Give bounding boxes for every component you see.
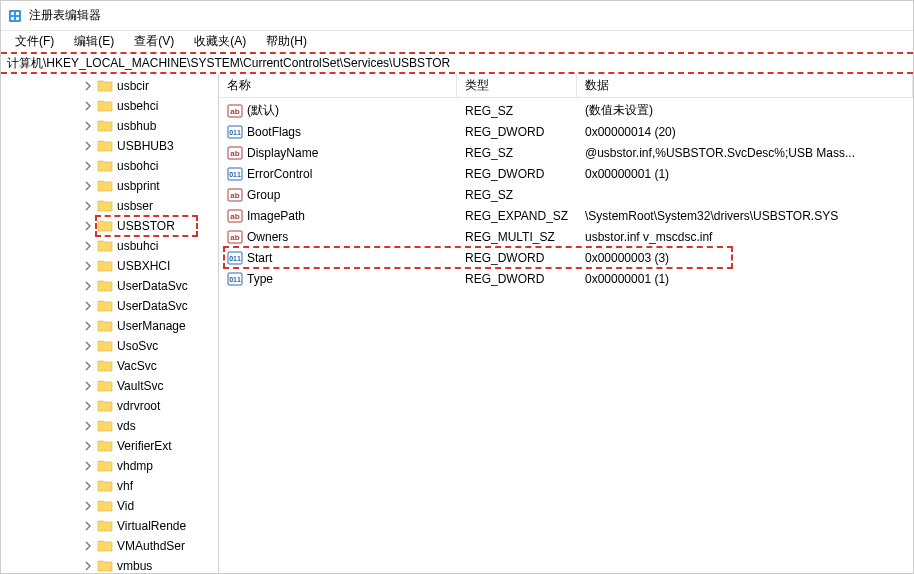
address-path: 计算机\HKEY_LOCAL_MACHINE\SYSTEM\CurrentCon… <box>7 55 450 72</box>
folder-icon <box>97 398 113 414</box>
menu-favorites[interactable]: 收藏夹(A) <box>184 31 256 52</box>
tree-node-verifierext[interactable]: VerifierExt <box>1 436 218 456</box>
expand-icon[interactable] <box>81 79 95 93</box>
tree-node-usbstor[interactable]: USBSTOR <box>1 216 218 236</box>
expand-icon[interactable] <box>81 219 95 233</box>
expand-icon[interactable] <box>81 499 95 513</box>
svg-text:011: 011 <box>229 276 241 283</box>
expand-icon[interactable] <box>81 279 95 293</box>
tree-node-vmbus[interactable]: vmbus <box>1 556 218 573</box>
col-header-name[interactable]: 名称 <box>219 74 457 97</box>
key-tree[interactable]: usbcirusbehciusbhubUSBHUB3usbohciusbprin… <box>1 74 219 573</box>
menu-file[interactable]: 文件(F) <box>5 31 64 52</box>
tree-node-vaultsvc[interactable]: VaultSvc <box>1 376 218 396</box>
tree-node-userdatasvc[interactable]: UserDataSvc <box>1 276 218 296</box>
expand-icon[interactable] <box>81 159 95 173</box>
tree-node-vid[interactable]: Vid <box>1 496 218 516</box>
expand-icon[interactable] <box>81 139 95 153</box>
tree-label: vdrvroot <box>117 399 218 413</box>
col-header-type[interactable]: 类型 <box>457 74 577 97</box>
expand-icon[interactable] <box>81 419 95 433</box>
value-name: Group <box>247 188 280 202</box>
folder-icon <box>97 338 113 354</box>
svg-text:ab: ab <box>230 191 239 200</box>
folder-icon <box>97 478 113 494</box>
expand-icon[interactable] <box>81 199 95 213</box>
expand-icon[interactable] <box>81 339 95 353</box>
menu-help[interactable]: 帮助(H) <box>256 31 317 52</box>
tree-node-usbhub[interactable]: usbhub <box>1 116 218 136</box>
expand-icon[interactable] <box>81 359 95 373</box>
tree-node-usbxhci[interactable]: USBXHCI <box>1 256 218 276</box>
tree-node-usbehci[interactable]: usbehci <box>1 96 218 116</box>
tree-label: USBHUB3 <box>117 139 218 153</box>
value-row[interactable]: 011BootFlagsREG_DWORD0x00000014 (20) <box>219 121 913 142</box>
tree-node-vacsvc[interactable]: VacSvc <box>1 356 218 376</box>
string-value-icon: ab <box>227 103 243 119</box>
expand-icon[interactable] <box>81 119 95 133</box>
value-name: ImagePath <box>247 209 305 223</box>
expand-icon[interactable] <box>81 459 95 473</box>
value-row[interactable]: abGroupREG_SZ <box>219 184 913 205</box>
folder-icon <box>97 258 113 274</box>
titlebar: 注册表编辑器 <box>1 1 913 31</box>
tree-node-usbcir[interactable]: usbcir <box>1 76 218 96</box>
tree-node-usbprint[interactable]: usbprint <box>1 176 218 196</box>
svg-text:ab: ab <box>230 149 239 158</box>
svg-text:011: 011 <box>229 171 241 178</box>
expand-icon[interactable] <box>81 259 95 273</box>
tree-label: USBSTOR <box>117 219 218 233</box>
col-header-data[interactable]: 数据 <box>577 74 913 97</box>
expand-icon[interactable] <box>81 239 95 253</box>
tree-node-usosvc[interactable]: UsoSvc <box>1 336 218 356</box>
cell-type: REG_DWORD <box>457 125 577 139</box>
tree-node-vmauthdser[interactable]: VMAuthdSer <box>1 536 218 556</box>
value-row[interactable]: ab(默认)REG_SZ(数值未设置) <box>219 100 913 121</box>
tree-label: Vid <box>117 499 218 513</box>
folder-icon <box>97 358 113 374</box>
tree-node-vdrvroot[interactable]: vdrvroot <box>1 396 218 416</box>
binary-value-icon: 011 <box>227 166 243 182</box>
binary-value-icon: 011 <box>227 124 243 140</box>
expand-icon[interactable] <box>81 399 95 413</box>
expand-icon[interactable] <box>81 559 95 573</box>
expand-icon[interactable] <box>81 519 95 533</box>
tree-node-vhdmp[interactable]: vhdmp <box>1 456 218 476</box>
string-value-icon: ab <box>227 208 243 224</box>
menu-view[interactable]: 查看(V) <box>124 31 184 52</box>
tree-node-usbhub3[interactable]: USBHUB3 <box>1 136 218 156</box>
expand-icon[interactable] <box>81 319 95 333</box>
tree-node-usbohci[interactable]: usbohci <box>1 156 218 176</box>
value-name: Type <box>247 272 273 286</box>
expand-icon[interactable] <box>81 379 95 393</box>
expand-icon[interactable] <box>81 539 95 553</box>
tree-node-vds[interactable]: vds <box>1 416 218 436</box>
value-row[interactable]: 011TypeREG_DWORD0x00000001 (1) <box>219 268 913 289</box>
value-row[interactable]: 011StartREG_DWORD0x00000003 (3) <box>219 247 913 268</box>
expand-icon[interactable] <box>81 439 95 453</box>
tree-node-userdatasvc[interactable]: UserDataSvc <box>1 296 218 316</box>
expand-icon[interactable] <box>81 299 95 313</box>
folder-icon <box>97 198 113 214</box>
svg-rect-2 <box>16 12 19 15</box>
expand-icon[interactable] <box>81 479 95 493</box>
address-bar[interactable]: 计算机\HKEY_LOCAL_MACHINE\SYSTEM\CurrentCon… <box>1 52 913 74</box>
cell-data: usbstor.inf v_mscdsc.inf <box>577 230 913 244</box>
value-row[interactable]: 011ErrorControlREG_DWORD0x00000001 (1) <box>219 163 913 184</box>
tree-node-vhf[interactable]: vhf <box>1 476 218 496</box>
cell-name: ab(默认) <box>219 102 457 119</box>
tree-node-usermanage[interactable]: UserManage <box>1 316 218 336</box>
svg-rect-0 <box>9 10 21 22</box>
value-row[interactable]: abImagePathREG_EXPAND_SZ\SystemRoot\Syst… <box>219 205 913 226</box>
list-body[interactable]: ab(默认)REG_SZ(数值未设置)011BootFlagsREG_DWORD… <box>219 98 913 573</box>
tree-node-usbuhci[interactable]: usbuhci <box>1 236 218 256</box>
tree-node-usbser[interactable]: usbser <box>1 196 218 216</box>
tree-label: usbehci <box>117 99 218 113</box>
menu-edit[interactable]: 编辑(E) <box>64 31 124 52</box>
tree-node-virtualrende[interactable]: VirtualRende <box>1 516 218 536</box>
value-row[interactable]: abDisplayNameREG_SZ@usbstor.inf,%USBSTOR… <box>219 142 913 163</box>
cell-type: REG_SZ <box>457 188 577 202</box>
value-row[interactable]: abOwnersREG_MULTI_SZusbstor.inf v_mscdsc… <box>219 226 913 247</box>
expand-icon[interactable] <box>81 99 95 113</box>
expand-icon[interactable] <box>81 179 95 193</box>
